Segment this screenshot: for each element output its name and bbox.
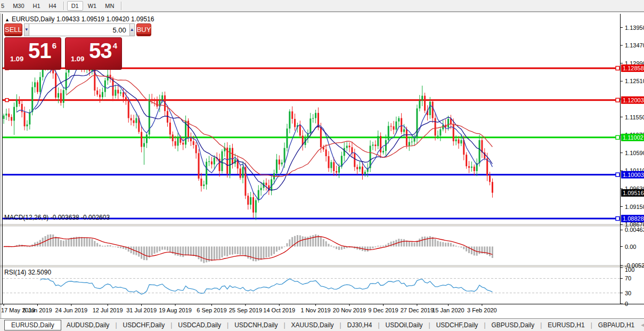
sell-price-handle: 1.09 [10,55,23,63]
price-axis-tick: 1.13470 [625,42,644,49]
toolbar-separator [63,2,64,10]
chart-tab-eurusd-h1[interactable]: EURUSD,H1 [542,320,590,330]
volume-decrease-button[interactable]: ▼ [24,23,29,36]
date-axis-label: 27 Dec 2019 [401,307,434,313]
date-axis-label: 31 Jul 2019 [126,307,157,313]
rsi-axis-tick: 30 [625,290,631,296]
volume-input[interactable] [29,23,130,36]
date-axis-label: 12 Jul 2019 [93,307,123,313]
chart-tab-usdchf-daily[interactable]: USDCHF,Daily [431,320,484,330]
rsi-axis-tick: 70 [625,275,631,281]
volume-increase-button[interactable]: ▲ [130,23,135,36]
buy-price-sup: 4 [113,41,117,50]
chart-tab-usdoil-daily[interactable]: USDOil,Daily [380,320,428,330]
tab-scroll-arrows: ◄► [640,322,644,328]
moving-averages [17,64,492,200]
timeframe-button-5[interactable]: 5 [0,2,8,10]
one-click-trading-panel: SELL ▼ ▲ BUY 1.09 51 6 1.09 53 4 [4,23,126,70]
chart-tab-dj30-h4[interactable]: DJ30,H4 [342,320,378,330]
sell-price-sup: 6 [52,41,56,50]
rsi-indicator-label: RSI(14) 32.5090 [4,269,51,276]
chart-ohlc-values: 1.09433 1.09519 1.09420 1.09516 [56,15,154,23]
date-axis[interactable]: 17 May 20195 Jun 201924 Jun 201912 Jul 2… [1,304,497,313]
price-axis-tick: 1.12510 [625,78,644,84]
sell-button[interactable]: SELL [4,23,22,36]
macd-axis-tick: 0.00463 [625,227,644,233]
chart-tab-audusd-daily[interactable]: AUDUSD,Daily [61,320,115,330]
price-axis[interactable]: 1.139501.134701.129901.125101.120301.115… [620,25,644,228]
rsi-axis-tick: 100 [625,267,634,273]
date-axis-label: 3 Feb 2020 [467,307,497,313]
chart-tab-gbpusd-daily[interactable]: GBPUSD,Daily [486,320,540,330]
date-axis-label: 9 Dec 2019 [368,307,398,313]
sell-price-box[interactable]: 1.09 51 6 [4,37,61,70]
timeframe-toolbar: 5M30H1H4D1W1MN [0,0,644,12]
chart-tab-gbpaud-h1[interactable]: GBPAUD,H1 [593,320,640,330]
chart-tab-usdcnh-daily[interactable]: USDCNH,Daily [229,320,283,330]
svg-text:1.09516: 1.09516 [623,190,644,196]
buy-price-handle: 1.09 [71,55,84,63]
price-axis-tick: 1.09150 [625,204,644,210]
tab-scroll-left-icon[interactable]: ◄ [640,322,644,328]
date-axis-label: 14 Oct 2019 [263,307,295,313]
chart-window[interactable]: 1.139501.134701.129901.125101.120301.115… [0,13,644,318]
price-axis-tick: 1.10590 [625,150,644,156]
toolbar-separator [121,2,121,10]
timeframe-button-w1[interactable]: W1 [84,2,101,10]
buy-price-box[interactable]: 1.09 53 4 [65,37,122,70]
chart-tabbar: EURUSD,DailyAUDUSD,Daily|USDCHF,Daily|US… [0,318,644,331]
buy-price-big: 53 [89,39,112,63]
price-axis-tick: 1.11550 [625,114,644,120]
chart-tab-usdcad-daily[interactable]: USDCAD,Daily [173,320,226,330]
macd-axis-tick: 0.00 [625,244,636,250]
buy-button[interactable]: BUY [136,23,152,36]
svg-text:1.10003: 1.10003 [623,172,644,178]
svg-text:1.11002: 1.11002 [623,134,643,141]
chart-symbol: EURUSD,Daily [12,15,55,23]
sell-price-big: 51 [28,39,51,63]
macd-indicator-label: MACD(12,26,9) -0.003638 -0.002603 [4,214,110,221]
timeframe-button-d1[interactable]: D1 [67,1,83,11]
spin-down-icon: ▼ [25,27,29,32]
chart-title: ▲EURUSD,Daily 1.09433 1.09519 1.09420 1.… [5,15,154,23]
date-axis-label: 5 Jun 2019 [23,307,52,313]
spin-up-icon: ▲ [130,27,134,32]
date-axis-label: 1 Nov 2019 [300,307,330,313]
date-axis-label: 20 Nov 2019 [333,307,366,313]
svg-text:1.08828: 1.08828 [623,215,644,222]
date-axis-label: 24 Jun 2019 [55,307,88,313]
mt4-window: 5M30H1H4D1W1MN 1.139501.134701.129901.12… [0,0,644,331]
collapse-icon[interactable]: ▲ [5,17,10,22]
timeframe-button-mn[interactable]: MN [101,2,118,10]
date-axis-label: 19 Aug 2019 [159,307,192,313]
rsi-axis-tick: 0 [625,301,628,307]
chart-tab-usdchf-daily[interactable]: USDCHF,Daily [118,320,170,330]
rsi-pane: 10070300 [3,267,634,307]
price-line-label: 1.09516 [621,189,644,197]
date-axis-label: 25 Sep 2019 [229,307,262,313]
timeframe-button-m30[interactable]: M30 [9,2,28,10]
chart-tab-xauusd-daily[interactable]: XAUUSD,Daily [286,320,339,330]
svg-text:1.12003: 1.12003 [623,97,644,103]
svg-text:1.12858: 1.12858 [623,65,644,71]
timeframe-button-h4[interactable]: H4 [45,2,60,10]
chart-tab-eurusd-daily[interactable]: EURUSD,Daily [4,320,61,330]
date-axis-label: 15 Jan 2020 [432,307,464,313]
timeframe-button-h1[interactable]: H1 [29,2,44,10]
date-axis-label: 6 Sep 2019 [197,307,226,313]
price-axis-tick: 1.13950 [625,25,644,31]
macd-pane: 0.004630.00-0.005299 [3,227,644,269]
